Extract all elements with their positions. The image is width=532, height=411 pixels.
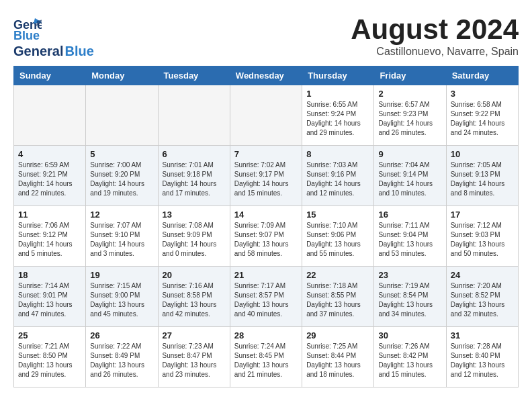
calendar-cell: 25Sunrise: 7:21 AM Sunset: 8:50 PM Dayli…: [14, 327, 86, 387]
header-thursday: Thursday: [302, 66, 374, 85]
day-number: 25: [18, 330, 81, 340]
day-number: 16: [378, 210, 441, 220]
day-info: Sunrise: 7:04 AM Sunset: 9:14 PM Dayligh…: [378, 161, 441, 198]
day-number: 6: [163, 149, 226, 159]
day-number: 1: [306, 89, 369, 99]
calendar-cell: 24Sunrise: 7:20 AM Sunset: 8:52 PM Dayli…: [446, 267, 518, 327]
day-number: 29: [306, 330, 369, 340]
day-number: 28: [234, 330, 298, 340]
day-info: Sunrise: 6:59 AM Sunset: 9:21 PM Dayligh…: [18, 161, 81, 198]
calendar-cell: 10Sunrise: 7:05 AM Sunset: 9:13 PM Dayli…: [446, 146, 518, 206]
day-number: 5: [90, 149, 153, 159]
day-info: Sunrise: 6:55 AM Sunset: 9:24 PM Dayligh…: [306, 100, 369, 138]
logo-blue: Blue: [64, 44, 93, 59]
day-info: Sunrise: 7:18 AM Sunset: 8:55 PM Dayligh…: [306, 281, 369, 319]
calendar-cell: 8Sunrise: 7:03 AM Sunset: 9:16 PM Daylig…: [302, 146, 374, 206]
calendar-cell: 20Sunrise: 7:16 AM Sunset: 8:58 PM Dayli…: [158, 267, 230, 327]
calendar-cell: 28Sunrise: 7:24 AM Sunset: 8:45 PM Dayli…: [230, 327, 302, 387]
header-friday: Friday: [374, 66, 446, 85]
day-number: 27: [163, 330, 226, 340]
day-number: 12: [90, 210, 153, 220]
day-info: Sunrise: 7:11 AM Sunset: 9:04 PM Dayligh…: [378, 221, 441, 259]
day-number: 19: [90, 270, 153, 280]
svg-text:Blue: Blue: [13, 29, 40, 42]
calendar-header-row: SundayMondayTuesdayWednesdayThursdayFrid…: [14, 66, 519, 85]
calendar-cell: 21Sunrise: 7:17 AM Sunset: 8:57 PM Dayli…: [230, 267, 302, 327]
day-info: Sunrise: 7:12 AM Sunset: 9:03 PM Dayligh…: [451, 221, 514, 259]
location: Castillonuevo, Navarre, Spain: [351, 46, 519, 58]
calendar-cell: 14Sunrise: 7:09 AM Sunset: 9:07 PM Dayli…: [230, 206, 302, 267]
calendar-cell: 16Sunrise: 7:11 AM Sunset: 9:04 PM Dayli…: [374, 206, 446, 267]
calendar-cell: 5Sunrise: 7:00 AM Sunset: 9:20 PM Daylig…: [86, 146, 158, 206]
header-tuesday: Tuesday: [158, 66, 230, 85]
day-info: Sunrise: 7:22 AM Sunset: 8:49 PM Dayligh…: [90, 342, 153, 379]
calendar-cell: 9Sunrise: 7:04 AM Sunset: 9:14 PM Daylig…: [374, 146, 446, 206]
calendar-cell: 17Sunrise: 7:12 AM Sunset: 9:03 PM Dayli…: [446, 206, 518, 267]
day-info: Sunrise: 7:24 AM Sunset: 8:45 PM Dayligh…: [234, 342, 298, 379]
header-saturday: Saturday: [446, 66, 518, 85]
calendar-cell: 13Sunrise: 7:08 AM Sunset: 9:09 PM Dayli…: [158, 206, 230, 267]
day-info: Sunrise: 7:25 AM Sunset: 8:44 PM Dayligh…: [306, 342, 369, 379]
day-info: Sunrise: 7:21 AM Sunset: 8:50 PM Dayligh…: [18, 342, 81, 379]
day-number: 9: [378, 149, 441, 159]
logo: General Blue General Blue: [13, 17, 94, 59]
calendar-cell: 23Sunrise: 7:19 AM Sunset: 8:54 PM Dayli…: [374, 267, 446, 327]
week-row-3: 11Sunrise: 7:06 AM Sunset: 9:12 PM Dayli…: [14, 206, 519, 267]
calendar-cell: 1Sunrise: 6:55 AM Sunset: 9:24 PM Daylig…: [302, 85, 374, 146]
day-number: 30: [378, 330, 441, 340]
day-number: 14: [234, 210, 298, 220]
day-number: 18: [18, 270, 81, 280]
day-number: 26: [90, 330, 153, 340]
header-monday: Monday: [86, 66, 158, 85]
week-row-1: 1Sunrise: 6:55 AM Sunset: 9:24 PM Daylig…: [14, 85, 519, 146]
day-info: Sunrise: 7:19 AM Sunset: 8:54 PM Dayligh…: [378, 281, 441, 319]
day-info: Sunrise: 7:01 AM Sunset: 9:18 PM Dayligh…: [163, 161, 226, 198]
day-number: 22: [306, 270, 369, 280]
day-info: Sunrise: 7:05 AM Sunset: 9:13 PM Dayligh…: [451, 161, 514, 198]
header-sunday: Sunday: [14, 66, 86, 85]
day-number: 7: [234, 149, 298, 159]
day-number: 17: [451, 210, 514, 220]
day-info: Sunrise: 7:26 AM Sunset: 8:42 PM Dayligh…: [378, 342, 441, 379]
day-info: Sunrise: 7:09 AM Sunset: 9:07 PM Dayligh…: [234, 221, 298, 259]
calendar-cell: [86, 85, 158, 146]
day-number: 13: [163, 210, 226, 220]
calendar-cell: 18Sunrise: 7:14 AM Sunset: 9:01 PM Dayli…: [14, 267, 86, 327]
day-number: 24: [451, 270, 514, 280]
calendar-cell: 6Sunrise: 7:01 AM Sunset: 9:18 PM Daylig…: [158, 146, 230, 206]
week-row-4: 18Sunrise: 7:14 AM Sunset: 9:01 PM Dayli…: [14, 267, 519, 327]
calendar-cell: 15Sunrise: 7:10 AM Sunset: 9:06 PM Dayli…: [302, 206, 374, 267]
day-info: Sunrise: 7:16 AM Sunset: 8:58 PM Dayligh…: [163, 281, 226, 319]
day-number: 21: [234, 270, 298, 280]
calendar-cell: 7Sunrise: 7:02 AM Sunset: 9:17 PM Daylig…: [230, 146, 302, 206]
day-number: 2: [378, 89, 441, 99]
day-info: Sunrise: 7:23 AM Sunset: 8:47 PM Dayligh…: [163, 342, 226, 379]
calendar-cell: 26Sunrise: 7:22 AM Sunset: 8:49 PM Dayli…: [86, 327, 158, 387]
calendar-cell: 31Sunrise: 7:28 AM Sunset: 8:40 PM Dayli…: [446, 327, 518, 387]
day-number: 11: [18, 210, 81, 220]
day-info: Sunrise: 7:28 AM Sunset: 8:40 PM Dayligh…: [451, 342, 514, 379]
day-info: Sunrise: 7:20 AM Sunset: 8:52 PM Dayligh…: [451, 281, 514, 319]
day-info: Sunrise: 6:58 AM Sunset: 9:22 PM Dayligh…: [451, 100, 514, 138]
calendar-cell: 3Sunrise: 6:58 AM Sunset: 9:22 PM Daylig…: [446, 85, 518, 146]
month-year: August 2024: [351, 13, 519, 46]
day-info: Sunrise: 7:17 AM Sunset: 8:57 PM Dayligh…: [234, 281, 298, 319]
calendar-cell: 29Sunrise: 7:25 AM Sunset: 8:44 PM Dayli…: [302, 327, 374, 387]
day-number: 8: [306, 149, 369, 159]
day-info: Sunrise: 7:00 AM Sunset: 9:20 PM Dayligh…: [90, 161, 153, 198]
day-info: Sunrise: 7:07 AM Sunset: 9:10 PM Dayligh…: [90, 221, 153, 259]
day-number: 10: [451, 149, 514, 159]
day-number: 4: [18, 149, 81, 159]
title-section: August 2024 Castillonuevo, Navarre, Spai…: [351, 13, 519, 58]
day-info: Sunrise: 6:57 AM Sunset: 9:23 PM Dayligh…: [378, 100, 441, 138]
header: General Blue General Blue August 2024 Ca…: [13, 13, 519, 59]
week-row-5: 25Sunrise: 7:21 AM Sunset: 8:50 PM Dayli…: [14, 327, 519, 387]
calendar-cell: [14, 85, 86, 146]
day-number: 20: [163, 270, 226, 280]
day-info: Sunrise: 7:06 AM Sunset: 9:12 PM Dayligh…: [18, 221, 81, 259]
day-info: Sunrise: 7:15 AM Sunset: 9:00 PM Dayligh…: [90, 281, 153, 319]
calendar-cell: [158, 85, 230, 146]
day-number: 31: [451, 330, 514, 340]
calendar-cell: [230, 85, 302, 146]
day-info: Sunrise: 7:08 AM Sunset: 9:09 PM Dayligh…: [163, 221, 226, 259]
